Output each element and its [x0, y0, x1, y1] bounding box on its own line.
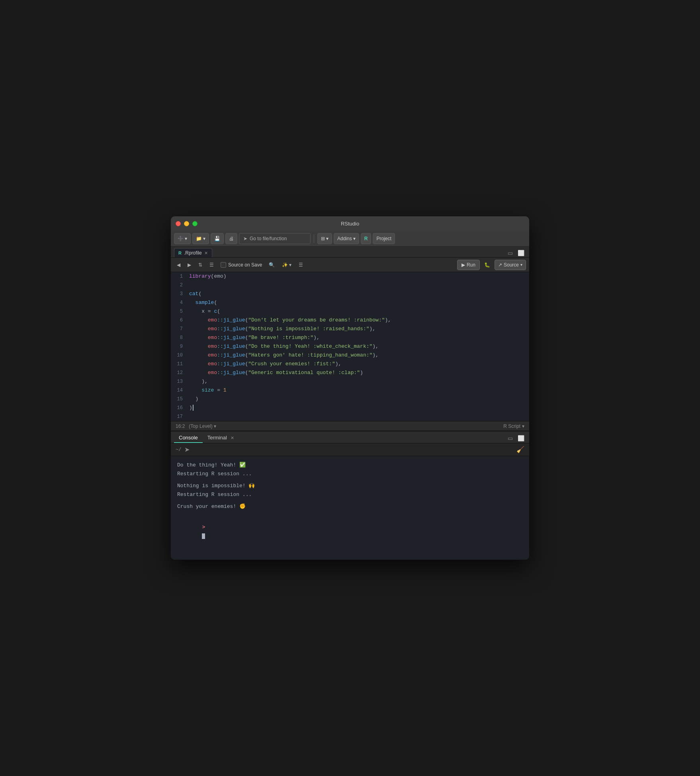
save-button[interactable]: 💾 [211, 233, 224, 244]
line-number: 8 [171, 333, 188, 342]
table-row: 4 sample( [171, 298, 529, 307]
back-button[interactable]: ◀ [174, 260, 183, 270]
code-text: cat( [188, 290, 201, 298]
maximize-button[interactable] [192, 221, 197, 226]
run-label: Run [467, 262, 475, 268]
forward-button[interactable]: ▶ [185, 260, 194, 270]
maximize-editor-icon[interactable]: ⬜ [516, 249, 526, 257]
console-output[interactable]: Do the thing! Yeah! ✅ Restarting R sessi… [171, 456, 529, 560]
magic-button[interactable]: ✨ ▾ [279, 260, 294, 270]
magic-dropdown[interactable]: ▾ [289, 262, 291, 268]
list-button[interactable]: ☰ [296, 260, 306, 270]
list-item: Do the thing! Yeah! ✅ [177, 461, 523, 470]
r-logo-button[interactable]: R [361, 233, 372, 244]
line-number: 16 [171, 404, 188, 412]
close-button[interactable] [176, 221, 181, 226]
open-file-button[interactable]: 📁 ▾ [192, 233, 209, 244]
list-item: Crush your enemies! ✊ [177, 502, 523, 511]
code-nav-icon: ⇅ [198, 262, 202, 268]
code-text: library(emo) [188, 272, 227, 281]
new-file-icon: ➕ [178, 236, 184, 241]
code-nav-button[interactable]: ⇅ [196, 260, 205, 270]
title-bar: RStudio [171, 216, 529, 231]
file-type-dropdown-icon: ▾ [522, 423, 524, 429]
minimize-button[interactable] [184, 221, 189, 226]
print-icon: 🖨 [229, 236, 234, 241]
main-toolbar: ➕ ▾ 📁 ▾ 💾 🖨 ➤ Go to file/function ⊞ ▾ Ad… [171, 231, 529, 247]
source-on-save-label: Source on Save [228, 262, 262, 268]
open-file-dropdown[interactable]: ▾ [203, 236, 205, 241]
addins-label: Addins [337, 236, 352, 241]
code-text: emo::ji_glue("Haters gon' hate! :tipping… [188, 351, 379, 360]
tab-terminal[interactable]: Terminal ✕ [203, 433, 239, 443]
source-button[interactable]: ↗ Source ▾ [495, 260, 526, 270]
file-type-indicator[interactable]: R Script ▾ [503, 423, 524, 429]
rstudio-window: RStudio ➕ ▾ 📁 ▾ 💾 🖨 ➤ Go to file/functio… [171, 216, 529, 560]
editor-toolbar: ◀ ▶ ⇅ ☰ Source on Save 🔍 ✨ ▾ [171, 258, 529, 272]
table-row: 14 size = 1 [171, 386, 529, 395]
console-block-2: Nothing is impossible! 🙌 Restarting R se… [177, 482, 523, 499]
code-text: sample( [188, 298, 217, 307]
line-number: 2 [171, 281, 188, 290]
line-number: 6 [171, 316, 188, 325]
minimize-console-icon[interactable]: ▭ [506, 434, 514, 442]
addins-button[interactable]: Addins ▾ [334, 233, 359, 244]
table-row: 17 [171, 412, 529, 421]
table-row: 8 emo::ji_glue("Be brave! :triumph:"), [171, 333, 529, 342]
search-button[interactable]: 🔍 [266, 260, 278, 270]
list-item: Nothing is impossible! 🙌 [177, 482, 523, 490]
table-row: 11 emo::ji_glue("Crush your enemies! :fi… [171, 360, 529, 368]
debug-button[interactable]: 🐛 [481, 260, 493, 270]
table-row: 6 emo::ji_glue("Don't let your dreams be… [171, 316, 529, 325]
new-file-button[interactable]: ➕ ▾ [174, 233, 191, 244]
grid-button[interactable]: ⊞ ▾ [317, 233, 332, 244]
line-nav-icon: ☰ [209, 262, 214, 268]
code-editor[interactable]: 1 library(emo) 2 3 cat( 4 sample( [171, 272, 529, 421]
file-tab-rprofile[interactable]: R .Rprofile ✕ [174, 248, 212, 257]
line-number: 12 [171, 368, 188, 377]
scope-indicator[interactable]: (Top Level) ▾ [189, 423, 216, 429]
editor-container: R .Rprofile ✕ ▭ ⬜ ◀ ▶ ⇅ ☰ [171, 247, 529, 431]
table-row: 9 emo::ji_glue("Do the thing! Yeah! :whi… [171, 342, 529, 351]
maximize-console-icon[interactable]: ⬜ [516, 434, 526, 442]
forward-icon: ▶ [188, 262, 191, 268]
line-number: 10 [171, 351, 188, 360]
console-tab-controls: ▭ ⬜ [506, 434, 526, 442]
table-row: 10 emo::ji_glue("Haters gon' hate! :tipp… [171, 351, 529, 360]
line-number: 5 [171, 307, 188, 316]
separator [314, 234, 314, 243]
source-dropdown-icon[interactable]: ▾ [520, 263, 522, 267]
window-title: RStudio [341, 221, 359, 227]
source-on-save-checkbox[interactable] [221, 262, 226, 268]
new-file-dropdown[interactable]: ▾ [185, 236, 187, 241]
go-to-arrow-icon: ➤ [243, 236, 247, 241]
line-number: 1 [171, 272, 188, 281]
console-block-3: Crush your enemies! ✊ [177, 502, 523, 511]
grid-dropdown[interactable]: ▾ [326, 236, 328, 241]
print-button[interactable]: 🖨 [225, 233, 237, 244]
code-text: emo::ji_glue("Generic motivational quote… [188, 368, 363, 377]
line-number: 4 [171, 298, 188, 307]
run-button[interactable]: ▶ Run [457, 260, 480, 270]
line-number: 9 [171, 342, 188, 351]
line-nav-button[interactable]: ☰ [207, 260, 217, 270]
table-row: 12 emo::ji_glue("Generic motivational qu… [171, 368, 529, 377]
code-text: x = c( [188, 307, 220, 316]
scope-dropdown-icon: ▾ [214, 423, 216, 429]
source-on-save-toggle[interactable]: Source on Save [218, 262, 264, 268]
minimize-editor-icon[interactable]: ▭ [506, 249, 514, 257]
r-logo-icon: R [364, 236, 368, 241]
close-terminal-icon[interactable]: ✕ [231, 435, 234, 440]
line-number: 13 [171, 377, 188, 386]
project-button[interactable]: Project [373, 233, 395, 244]
close-tab-icon[interactable]: ✕ [204, 251, 208, 256]
console-tabs: Console Terminal ✕ ▭ ⬜ [171, 431, 529, 443]
go-to-file-input[interactable]: ➤ Go to file/function [239, 233, 311, 244]
line-number: 14 [171, 386, 188, 395]
line-number: 3 [171, 290, 188, 298]
clear-console-button[interactable]: 🧹 [516, 446, 524, 453]
console-prompt-line[interactable]: > [177, 514, 523, 549]
code-text: emo::ji_glue("Nothing is impossible! :ra… [188, 325, 375, 333]
console-container: Console Terminal ✕ ▭ ⬜ ~/ ➤ 🧹 Do the thi… [171, 431, 529, 560]
tab-console[interactable]: Console [174, 433, 203, 443]
